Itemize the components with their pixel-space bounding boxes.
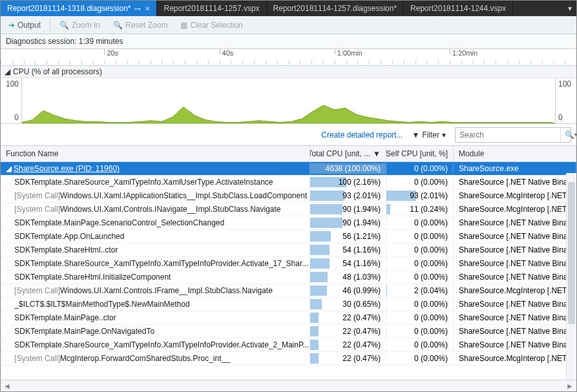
cpu-chart-section: ◢ CPU (% of all processors) 1000 1000 [1,66,576,124]
tab-overflow-menu[interactable]: ▾ [563,1,576,16]
tab[interactable]: Report20181114-1318.diagsession*⊶✕ [1,1,157,16]
function-name-text: SDKTemplate.ShareSource_XamlTypeInfo.Xam… [14,178,273,187]
tab[interactable]: Report20181114-1244.vspx [404,1,513,16]
function-name-text: SDKTemplate.MainPage..ctor [14,313,116,322]
system-call-prefix: [System Call] [14,205,60,214]
function-name-text: SDKTemplate.MainPage.OnNavigatedTo [14,327,154,336]
cell-total-cpu: 90 (1.94%) [310,203,386,216]
report-toolbar: Create detailed report... ▼ Filter ▾ 🔍▾ [1,124,576,146]
y-axis-right: 1000 [556,78,576,123]
table-row[interactable]: SDKTemplate.MainPage..ctor22 (0.47%)0 (0… [1,311,576,325]
output-label: Output [17,21,41,30]
pin-icon[interactable]: ⊶ [134,5,141,12]
column-module[interactable]: Module [454,146,576,161]
cell-self-cpu: 0 (0.00%) [386,352,454,365]
timeline-tick: 40s [220,49,234,54]
cell-self-cpu: 0 (0.00%) [386,325,454,338]
cell-total-cpu: 22 (0.47%) [310,352,386,365]
cell-function-name: [System Call] Windows.UI.Xaml.Controls.I… [1,203,310,216]
function-name-text: Windows.UI.Xaml.Controls.INavigate__Impl… [60,205,280,214]
table-row[interactable]: [System Call] Windows.UI.Xaml.Controls.I… [1,284,576,298]
vertical-scrollbar[interactable] [566,173,576,379]
tab[interactable]: Report20181114-1257.diagsession* [267,1,404,16]
cell-total-cpu: 46 (0.99%) [310,284,386,297]
cell-function-name: SDKTemplate.ShareSource_XamlTypeInfo.Xam… [1,338,310,351]
cell-self-cpu: 0 (0.00%) [386,311,454,324]
cell-function-name: SDKTemplate.App.OnLaunched [1,230,310,243]
cell-module: ShareSource.McgInterop [.NET Nat [454,203,576,216]
timeline-ruler[interactable]: 20s40s1:00min1:20min [1,49,576,66]
cell-total-cpu: 22 (0.47%) [310,311,386,324]
separator [50,19,50,31]
table-row[interactable]: SDKTemplate.ShareSource_XamlTypeInfo.Xam… [1,257,576,271]
cell-module: ShareSource [.NET Native Binary: S [454,243,576,256]
cell-self-cpu: 93 (2.01%) [386,189,454,202]
cell-total-cpu: 30 (0.65%) [310,298,386,311]
cell-module: ShareSource [.NET Native Binary: S [454,257,576,270]
tab-label: Report20181114-1244.vspx [410,4,506,13]
table-row[interactable]: [System Call] McgInterop.ForwardComShare… [1,352,576,366]
tab-label: Report20181114-1318.diagsession* [7,4,131,13]
cell-function-name: ◢ShareSource.exe (PID: 11960) [1,162,310,175]
column-self-cpu[interactable]: Self CPU [unit, %] [386,146,454,161]
timeline-tick: 1:20min [450,49,477,54]
table-row[interactable]: [System Call] Windows.UI.Xaml.IApplicati… [1,189,576,203]
cell-function-name: SDKTemplate.ShareHtml..ctor [1,243,310,256]
cell-self-cpu: 0 (0.00%) [386,230,454,243]
table-row[interactable]: SDKTemplate.ShareHtml..ctor54 (1.16%)0 (… [1,243,576,257]
horizontal-scrollbar[interactable]: ◄► [1,380,576,391]
table-row[interactable]: SDKTemplate.MainPage.ScenarioControl_Sel… [1,216,576,230]
grid-body[interactable]: ◢ShareSource.exe (PID: 11960)4638 (100.0… [1,162,576,380]
cell-self-cpu: 0 (0.00%) [386,162,454,175]
output-button[interactable]: ➔ Output [5,19,45,31]
cell-total-cpu: 54 (1.16%) [310,243,386,256]
function-name-text: SDKTemplate.ShareHtml.InitializeComponen… [14,273,171,282]
column-total-cpu[interactable]: Total CPU [unit, ...▼ [310,146,386,161]
table-row[interactable]: _$ILCT$.$ILT$MainMethodType$.NewMainMeth… [1,298,576,311]
function-name-text: Windows.UI.Xaml.Controls.IFrame__Impl.St… [60,286,273,295]
reset-zoom-icon: 🔍 [113,21,123,30]
cpu-chart-header[interactable]: ◢ CPU (% of all processors) [1,66,576,78]
close-icon[interactable]: ✕ [145,5,150,12]
cell-function-name: SDKTemplate.MainPage.OnNavigatedTo [1,325,310,338]
cell-function-name: SDKTemplate.ShareHtml.InitializeComponen… [1,271,310,284]
table-row[interactable]: SDKTemplate.ShareSource_XamlTypeInfo.Xam… [1,176,576,189]
cell-module: ShareSource [.NET Native Binary: S [454,271,576,284]
search-icon[interactable]: 🔍▾ [560,128,577,142]
cpu-chart-plot[interactable] [21,78,556,123]
arrow-right-icon: ➔ [8,21,15,30]
sort-desc-icon: ▼ [373,149,381,158]
zoom-in-button[interactable]: 🔍 Zoom In [56,19,104,31]
table-row[interactable]: [System Call] Windows.UI.Xaml.Controls.I… [1,203,576,216]
cell-total-cpu: 100 (2.16%) [310,176,386,189]
filter-button[interactable]: ▼ Filter ▾ [412,130,446,139]
table-row[interactable]: SDKTemplate.App.OnLaunched56 (1.21%)0 (0… [1,230,576,243]
system-call-prefix: [System Call] [14,191,60,200]
cpu-chart-title: CPU (% of all processors) [13,67,102,76]
cell-self-cpu: 2 (0.04%) [386,284,454,297]
expand-icon[interactable]: ◢ [6,164,14,173]
search-box[interactable]: 🔍▾ [455,127,571,143]
function-name-text: SDKTemplate.MainPage.ScenarioControl_Sel… [14,218,224,227]
tab[interactable]: Report20181114-1257.vspx [157,1,266,16]
table-row[interactable]: ◢ShareSource.exe (PID: 11960)4638 (100.0… [1,162,576,176]
search-input[interactable] [456,130,560,139]
cell-total-cpu: 93 (2.01%) [310,189,386,202]
cell-module: ShareSource.McgInterop [.NET Nat [454,284,576,297]
toolbar: ➔ Output 🔍 Zoom In 🔍 Reset Zoom ▦ Clear … [1,16,576,34]
clear-selection-icon: ▦ [180,21,187,30]
function-name-text: SDKTemplate.ShareSource_XamlTypeInfo.Xam… [14,259,308,268]
cell-self-cpu: 0 (0.00%) [386,271,454,284]
tab-label: Report20181114-1257.vspx [163,4,259,13]
clear-selection-button[interactable]: ▦ Clear Selection [176,19,246,31]
table-row[interactable]: SDKTemplate.ShareSource_XamlTypeInfo.Xam… [1,338,576,352]
cell-self-cpu: 0 (0.00%) [386,338,454,351]
reset-zoom-label: Reset Zoom [125,21,167,30]
table-row[interactable]: SDKTemplate.ShareHtml.InitializeComponen… [1,271,576,284]
timeline-tick: 20s [104,49,118,54]
function-name-text: SDKTemplate.App.OnLaunched [14,232,124,241]
table-row[interactable]: SDKTemplate.MainPage.OnNavigatedTo22 (0.… [1,325,576,338]
create-detailed-report-link[interactable]: Create detailed report... [321,130,403,139]
column-function-name[interactable]: Function Name [1,146,310,161]
reset-zoom-button[interactable]: 🔍 Reset Zoom [109,19,171,31]
